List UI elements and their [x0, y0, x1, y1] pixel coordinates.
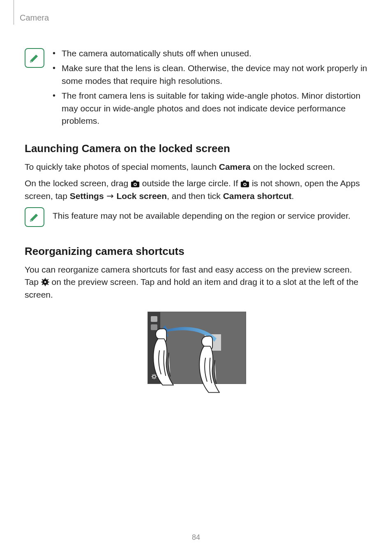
page-number: 84 [0, 533, 392, 542]
bold-text: Settings [70, 191, 104, 201]
note-bullet: The front camera lens is suitable for ta… [53, 90, 367, 127]
bold-text: Camera [219, 162, 251, 171]
note-icon [25, 48, 44, 68]
svg-point-3 [134, 183, 136, 185]
heading-reorganizing-shortcuts: Reorganizing camera shortcuts [25, 245, 367, 258]
text: outside the large circle. If [140, 178, 240, 188]
paragraph: To quickly take photos of special moment… [25, 161, 367, 173]
page: Camera The camera automatically shuts of… [0, 0, 392, 555]
note-body: The camera automatically shuts off when … [53, 47, 367, 130]
svg-point-7 [244, 183, 246, 185]
camera-icon [240, 178, 249, 186]
header-section-text: Camera [12, 13, 49, 22]
note-bullet: The camera automatically shuts off when … [53, 47, 367, 60]
paragraph: On the locked screen, drag outside the l… [25, 177, 367, 202]
text: on the locked screen. [251, 162, 335, 171]
text: , and then tick [167, 191, 223, 201]
gear-icon [41, 277, 49, 285]
text: . [292, 191, 294, 201]
hand-left-icon [143, 327, 192, 389]
svg-rect-1 [133, 180, 136, 183]
heading-launching-camera: Launching Camera on the locked screen [25, 142, 367, 155]
running-header: Camera [12, 13, 367, 23]
arrow-text: → [104, 191, 117, 201]
note-callout-1: The camera automatically shuts off when … [25, 47, 367, 130]
bold-text: Camera shortcut [223, 191, 292, 201]
hand-right-icon [189, 335, 238, 396]
illustration-container [25, 308, 367, 411]
svg-rect-5 [243, 180, 246, 183]
drag-gesture-illustration [140, 308, 252, 411]
note-body: This feature may not be available depend… [53, 206, 367, 222]
header-rule [14, 0, 14, 25]
note-bullet-list: The camera automatically shuts off when … [53, 47, 367, 127]
note-icon [25, 207, 44, 227]
note-bullet: Make sure that the lens is clean. Otherw… [53, 62, 367, 87]
text: On the locked screen, drag [25, 178, 131, 188]
svg-point-8 [44, 281, 46, 283]
text: on the preview screen. Tap and hold an i… [25, 277, 358, 299]
camera-icon [131, 178, 140, 186]
pencil-icon [28, 211, 41, 223]
text: To quickly take photos of special moment… [25, 162, 219, 171]
bold-text: Lock screen [117, 191, 167, 201]
paragraph: You can reorganize camera shortcuts for … [25, 264, 367, 301]
note-callout-2: This feature may not be available depend… [25, 206, 367, 227]
note-text: This feature may not be available depend… [53, 211, 350, 220]
pencil-icon [28, 52, 41, 64]
shortcut-slot-icon [151, 316, 157, 322]
